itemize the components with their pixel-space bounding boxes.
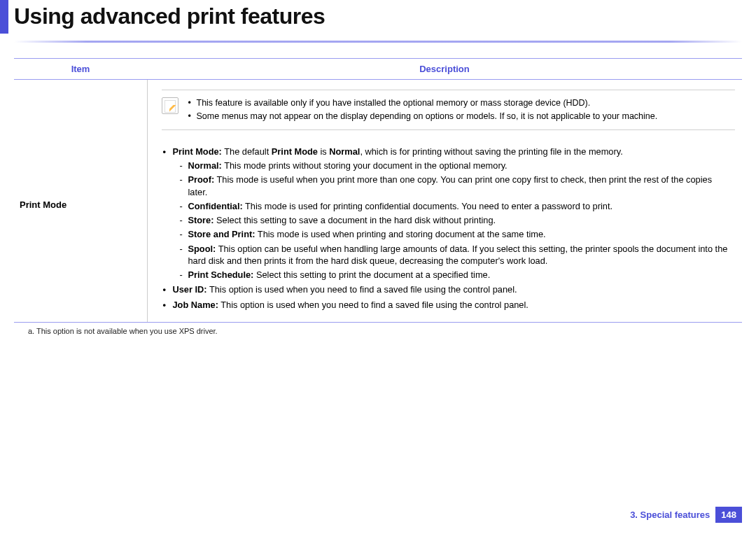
description-cell: This feature is available only if you ha…	[147, 80, 742, 323]
sub-item-proof: Proof: This mode is useful when you prin…	[180, 174, 733, 198]
label: Print Mode:	[173, 146, 222, 157]
note-block: This feature is available only if you ha…	[162, 90, 736, 130]
page-footer: 3. Special features 148	[630, 507, 742, 523]
label: Normal	[329, 146, 360, 157]
label: Confidential:	[188, 201, 243, 211]
label: Proof:	[188, 174, 215, 185]
text: This option is used when you need to fin…	[218, 300, 528, 310]
footnote: a. This option is not available when you…	[28, 327, 742, 335]
label: Print Mode	[272, 146, 318, 157]
label: Spool:	[188, 244, 216, 254]
text: The default	[222, 146, 272, 157]
column-header-item: Item	[14, 59, 147, 80]
label: Normal:	[188, 160, 222, 171]
note-icon	[162, 97, 178, 114]
text: is	[318, 146, 329, 157]
note-item: This feature is available only if you ha…	[186, 97, 658, 109]
label: User ID:	[173, 284, 207, 295]
label: Store and Print:	[188, 229, 255, 239]
label: Job Name:	[173, 300, 218, 310]
sub-item-spool: Spool: This option can be useful when ha…	[180, 243, 733, 267]
list-item-print-mode: Print Mode: The default Print Mode is No…	[163, 146, 733, 281]
sub-item-confidential: Confidential: This mode is used for prin…	[180, 200, 733, 212]
note-list: This feature is available only if you ha…	[186, 96, 658, 124]
sub-list: Normal: This mode prints without storing…	[173, 160, 733, 281]
title-bar: Using advanced print features	[0, 0, 756, 34]
sub-item-store-and-print: Store and Print: This mode is used when …	[180, 228, 733, 240]
text: Select this setting to save a document i…	[214, 215, 496, 225]
footer-chapter: 3. Special features	[630, 510, 710, 520]
text: This mode is used when printing and stor…	[255, 229, 545, 239]
label: Store:	[188, 215, 214, 225]
text: Select this setting to print the documen…	[253, 269, 490, 280]
sub-item-store: Store: Select this setting to save a doc…	[180, 214, 733, 226]
page-title: Using advanced print features	[8, 0, 325, 34]
divider-gradient	[14, 41, 742, 43]
text: This mode is used for printing confident…	[243, 201, 612, 211]
label: Print Schedule:	[188, 269, 254, 280]
list-item-user-id: User ID: This option is used when you ne…	[163, 283, 733, 295]
column-header-description: Description	[147, 59, 742, 80]
table-row: Print Mode This feature is available onl…	[14, 80, 742, 323]
item-cell-print-mode: Print Mode	[14, 80, 147, 323]
footer-page-number: 148	[715, 507, 742, 523]
feature-table: Item Description Print Mode This feature…	[14, 58, 742, 323]
text: This mode is useful when you print more …	[188, 174, 713, 197]
list-item-job-name: Job Name: This option is used when you n…	[163, 299, 733, 311]
text: , which is for printing without saving t…	[360, 146, 622, 157]
title-accent	[0, 0, 8, 34]
sub-item-normal: Normal: This mode prints without storing…	[180, 160, 733, 171]
sub-item-print-schedule: Print Schedule: Select this setting to p…	[180, 269, 733, 281]
note-item: Some menus may not appear on the display…	[186, 111, 658, 122]
description-list: Print Mode: The default Print Mode is No…	[148, 136, 743, 322]
content-area: Item Description Print Mode This feature…	[14, 58, 742, 335]
text: This option is used when you need to fin…	[207, 284, 517, 295]
text: This mode prints without storing your do…	[222, 160, 507, 171]
text: This option can be useful when handling …	[188, 244, 728, 266]
